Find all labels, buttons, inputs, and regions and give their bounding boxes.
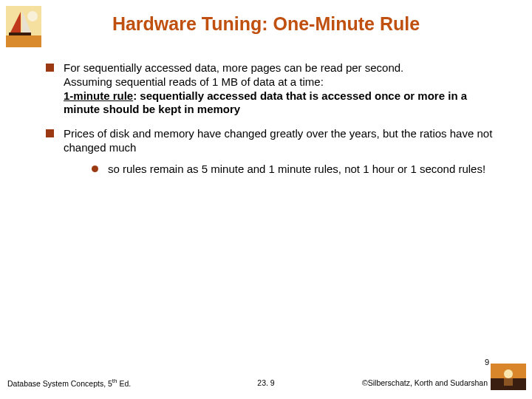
slide-content: For sequentially accessed data, more pag…: [0, 61, 532, 176]
bullet-text: Assuming sequential reads of 1 MB of dat…: [64, 75, 324, 88]
footer-text: Ed.: [117, 378, 132, 387]
bullet-item: For sequentially accessed data, more pag…: [46, 61, 502, 117]
svg-rect-9: [504, 378, 513, 386]
sub-bullet-text: so rules remain as 5 minute and 1 minute…: [108, 163, 485, 175]
sailboat-logo-icon: [6, 6, 41, 47]
sub-bullet-item: so rules remain as 5 minute and 1 minute…: [92, 163, 502, 177]
svg-point-8: [504, 369, 513, 378]
bullet-item: Prices of disk and memory have changed g…: [46, 127, 502, 176]
bullet-text: For sequentially accessed data, more pag…: [64, 61, 403, 74]
svg-point-5: [27, 11, 38, 21]
footer-left: Database System Concepts, 5th Ed.: [7, 378, 131, 388]
rule-label: 1-minute rule: [64, 89, 133, 102]
svg-rect-1: [6, 35, 41, 47]
footer-center: 23. 9: [257, 378, 274, 387]
footer-sup: th: [112, 378, 117, 384]
svg-rect-4: [9, 33, 31, 35]
footer-text: Database System Concepts, 5: [7, 378, 112, 387]
slide-title: Hardware Tuning: One-Minute Rule: [0, 0, 532, 61]
sunset-logo-icon: [491, 364, 526, 390]
page-number: 9: [485, 358, 489, 366]
bullet-text: Prices of disk and memory have changed g…: [64, 127, 492, 154]
footer-right: ©Silberschatz, Korth and Sudarshan: [362, 378, 488, 387]
